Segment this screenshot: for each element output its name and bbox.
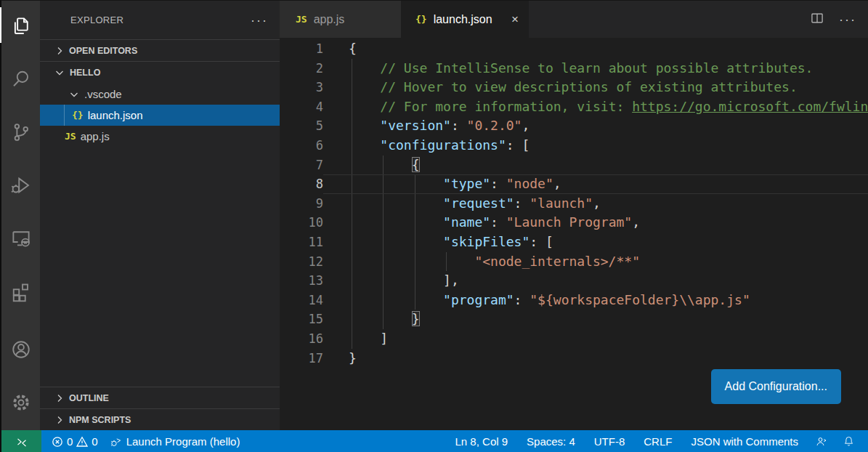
- tree-folder-vscode[interactable]: .vscode: [40, 84, 280, 105]
- extensions-icon: [10, 281, 32, 305]
- code-line-4[interactable]: 4 // For more information, visit: https:…: [280, 97, 868, 117]
- encoding-status[interactable]: UTF-8: [585, 430, 635, 452]
- tree-file-launch-json[interactable]: {} launch.json: [40, 105, 280, 126]
- vscode-window: EXPLORER ··· OPEN EDITORS HELLO .vscode …: [0, 0, 868, 452]
- notifications-status[interactable]: [835, 430, 862, 452]
- line-number[interactable]: 10: [280, 213, 323, 233]
- split-editor-icon[interactable]: [810, 11, 824, 28]
- tree-indent-guide: [64, 105, 65, 126]
- code-lines: 1{2 // Use IntelliSense to learn about p…: [280, 39, 868, 368]
- run-debug-activity-button[interactable]: [1, 160, 40, 213]
- add-configuration-button[interactable]: Add Configuration...: [711, 369, 841, 404]
- tree-file-app-js[interactable]: JS app.js: [40, 126, 280, 147]
- close-icon[interactable]: ×: [511, 12, 519, 27]
- indentation-status[interactable]: Spaces: 4: [517, 430, 585, 452]
- code-line-3[interactable]: 3 // Hover to view descriptions of exist…: [280, 78, 868, 97]
- eol-status[interactable]: CRLF: [634, 430, 681, 452]
- status-bar: 0 0 Launch Program (hello) Ln 8, Col 9 S…: [1, 430, 868, 452]
- code-line-9[interactable]: 9 "request": "launch",: [280, 194, 868, 214]
- chevron-down-icon: [68, 89, 80, 100]
- settings-activity-button[interactable]: [1, 377, 40, 430]
- search-icon: [10, 68, 32, 93]
- debug-launch-status[interactable]: Launch Program (hello): [104, 430, 246, 452]
- code-line-1[interactable]: 1{: [280, 39, 868, 59]
- line-number[interactable]: 16: [280, 329, 323, 349]
- settings-gear-icon: [10, 392, 32, 416]
- feedback-status[interactable]: [808, 430, 835, 452]
- line-content: "<node_internals>/**": [323, 252, 868, 272]
- js-file-icon: JS: [65, 131, 76, 142]
- line-number[interactable]: 14: [280, 291, 323, 310]
- code-line-5[interactable]: 5 "version": "0.2.0",: [280, 116, 868, 136]
- search-activity-button[interactable]: [1, 54, 40, 107]
- line-number[interactable]: 1: [280, 39, 323, 59]
- line-number[interactable]: 2: [280, 59, 323, 78]
- code-line-14[interactable]: 14 "program": "${workspaceFolder}\\app.j…: [280, 291, 868, 310]
- activity-bar: [1, 1, 40, 430]
- line-number[interactable]: 8: [280, 174, 323, 194]
- code-line-16[interactable]: 16 ]: [280, 329, 868, 349]
- line-number[interactable]: 6: [280, 136, 323, 156]
- line-content: {: [323, 156, 868, 175]
- account-activity-button[interactable]: [1, 324, 40, 377]
- code-line-10[interactable]: 10 "name": "Launch Program",: [280, 213, 868, 233]
- debug-play-icon: [110, 435, 123, 448]
- code-line-15[interactable]: 15 }: [280, 310, 868, 329]
- remote-indicator[interactable]: [1, 430, 41, 452]
- remote-icon: [14, 434, 30, 450]
- json-file-icon: {}: [415, 14, 427, 25]
- line-number[interactable]: 5: [280, 116, 323, 136]
- language-mode-status[interactable]: JSON with Comments: [681, 430, 808, 452]
- tab-app-js[interactable]: JS app.js: [280, 1, 401, 38]
- line-content: "configurations": [: [323, 136, 868, 156]
- more-actions-icon[interactable]: ···: [839, 16, 856, 23]
- code-line-7[interactable]: 7 {: [280, 156, 868, 175]
- feedback-icon: [815, 435, 828, 448]
- explorer-activity-button[interactable]: [1, 1, 40, 54]
- line-number[interactable]: 9: [280, 194, 323, 214]
- tree-root-hello[interactable]: HELLO: [40, 61, 280, 84]
- chevron-right-icon: [54, 392, 65, 404]
- extensions-activity-button[interactable]: [1, 266, 40, 319]
- line-number[interactable]: 17: [280, 349, 323, 368]
- editor[interactable]: 1{2 // Use IntelliSense to learn about p…: [280, 38, 868, 430]
- code-line-17[interactable]: 17}: [280, 349, 868, 368]
- line-content: }: [323, 310, 868, 329]
- line-number[interactable]: 11: [280, 233, 323, 252]
- code-line-8[interactable]: 8 "type": "node",: [280, 174, 868, 194]
- outline-section[interactable]: OUTLINE: [40, 387, 280, 408]
- npm-scripts-section[interactable]: NPM SCRIPTS: [40, 408, 280, 430]
- chevron-down-icon: [54, 67, 65, 78]
- more-actions-icon[interactable]: ···: [251, 17, 268, 24]
- source-control-activity-button[interactable]: [1, 107, 40, 160]
- problems-status[interactable]: 0 0: [46, 430, 104, 452]
- chevron-right-icon: [54, 414, 65, 426]
- cursor-position-status[interactable]: Ln 8, Col 9: [446, 430, 518, 452]
- line-content: ],: [323, 271, 868, 291]
- remote-explorer-icon: [10, 227, 32, 252]
- line-content: }: [323, 349, 868, 368]
- open-editors-section[interactable]: OPEN EDITORS: [40, 39, 280, 61]
- code-line-11[interactable]: 11 "skipFiles": [: [280, 233, 868, 252]
- line-number[interactable]: 12: [280, 252, 323, 272]
- line-number[interactable]: 13: [280, 271, 323, 291]
- line-content: "name": "Launch Program",: [323, 213, 868, 233]
- line-content: // For more information, visit: https://…: [323, 97, 868, 117]
- code-line-13[interactable]: 13 ],: [280, 271, 868, 291]
- code-line-6[interactable]: 6 "configurations": [: [280, 136, 868, 156]
- error-icon: [52, 436, 63, 448]
- warning-count: 0: [92, 435, 97, 448]
- line-number[interactable]: 3: [280, 78, 323, 97]
- tab-bar: JS app.js {} launch.json × ···: [280, 1, 868, 38]
- error-count: 0: [67, 435, 73, 448]
- tab-launch-json[interactable]: {} launch.json ×: [401, 1, 529, 38]
- line-number[interactable]: 4: [280, 97, 323, 117]
- line-number[interactable]: 15: [280, 310, 323, 329]
- code-line-2[interactable]: 2 // Use IntelliSense to learn about pos…: [280, 59, 868, 78]
- code-line-12[interactable]: 12 "<node_internals>/**": [280, 252, 868, 272]
- json-file-icon: {}: [72, 110, 84, 121]
- files-icon: [10, 15, 32, 40]
- warning-icon: [76, 436, 88, 448]
- line-number[interactable]: 7: [280, 156, 323, 175]
- remote-explorer-activity-button[interactable]: [1, 213, 40, 266]
